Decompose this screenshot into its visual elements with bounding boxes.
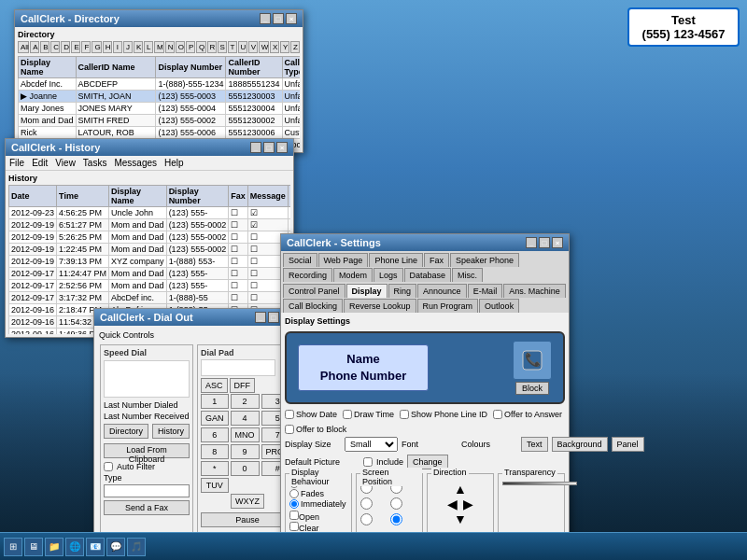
dir-maximize-btn[interactable]: □ (273, 13, 284, 24)
hist-close-btn[interactable]: × (276, 142, 288, 153)
taskbar-icon-4[interactable]: 📧 (86, 538, 105, 556)
settings-close-btn[interactable]: × (552, 237, 563, 248)
offer-block-checkbox[interactable] (285, 425, 294, 434)
pos-br[interactable] (390, 513, 402, 525)
menu-edit[interactable]: Edit (32, 158, 48, 168)
dial-asc[interactable]: ASC (201, 378, 228, 393)
dial-wxyz[interactable]: WXYZ (231, 494, 264, 509)
dial-dff[interactable]: DFF (230, 378, 256, 393)
dial-gan[interactable]: GAN (201, 411, 229, 426)
tab-speakerphone[interactable]: Speaker Phone (450, 253, 519, 267)
alpha-all[interactable]: All (18, 41, 29, 53)
dir-close-btn[interactable]: × (286, 13, 297, 24)
directory-btn[interactable]: Directory (104, 424, 148, 439)
start-btn[interactable]: ⊞ (4, 538, 22, 556)
dial-0[interactable]: 0 (231, 461, 260, 476)
tab-callblocking[interactable]: Call Blocking (283, 299, 343, 313)
tab-database[interactable]: Database (404, 268, 452, 282)
pos-ml[interactable] (360, 497, 373, 510)
dial-maximize-btn[interactable]: □ (268, 312, 279, 323)
tab-logs[interactable]: Logs (374, 268, 403, 282)
dir-left-btn[interactable]: ◀ (447, 497, 458, 511)
dir-table-row[interactable]: ▶ Joanne SMITH, JOAN (123) 555-0003 5551… (19, 91, 301, 103)
alpha-o[interactable]: O (176, 41, 185, 53)
text-btn[interactable]: Text (521, 437, 548, 452)
alpha-k[interactable]: K (134, 41, 143, 53)
dir-up-btn[interactable]: ▲ (454, 482, 467, 497)
menu-messages[interactable]: Messages (114, 158, 157, 168)
tab-runprogram[interactable]: Run Program (417, 299, 479, 313)
tab-email[interactable]: E-Mail (468, 284, 503, 298)
alpha-p[interactable]: P (186, 41, 195, 53)
include-checkbox[interactable] (363, 457, 373, 467)
alpha-x[interactable]: X (270, 41, 279, 53)
pos-bl[interactable] (360, 513, 373, 525)
behaviour-immediately-radio[interactable] (289, 499, 299, 509)
dial-6[interactable]: 6 (201, 427, 229, 442)
tab-announce[interactable]: Announce (417, 284, 467, 298)
alpha-c[interactable]: C (50, 41, 60, 53)
dir-down-btn[interactable]: ▼ (454, 511, 467, 526)
hist-table-row[interactable]: 2012-09-19 1:22:45 PM Mom and Dad (123) … (9, 244, 291, 256)
tab-outlook[interactable]: Outlook (479, 299, 519, 313)
alpha-a[interactable]: A (30, 41, 39, 53)
alpha-z[interactable]: Z (290, 41, 300, 53)
panel-btn[interactable]: Panel (612, 437, 644, 452)
dir-table-row[interactable]: Mom and Dad SMITH FRED (123) 555-0002 55… (19, 115, 301, 127)
taskbar-icon-2[interactable]: 📁 (45, 538, 63, 556)
alpha-v[interactable]: V (248, 41, 258, 53)
auto-filter-checkbox[interactable] (104, 462, 113, 471)
show-phone-line-checkbox[interactable] (400, 410, 409, 419)
alpha-n[interactable]: N (165, 41, 175, 53)
behaviour-fades-radio[interactable] (289, 489, 299, 498)
alpha-g[interactable]: G (92, 41, 101, 53)
load-from-clipboard-btn[interactable]: Load From Clipboard (104, 443, 190, 458)
settings-maximize-btn[interactable]: □ (539, 237, 550, 248)
hist-table-row[interactable]: 2012-09-17 11:24:47 PM Mom and Dad (123)… (9, 268, 291, 280)
hist-table-row[interactable]: 2012-09-17 3:17:32 PM AbcDef inc. 1-(888… (9, 292, 291, 304)
offer-answer-checkbox[interactable] (493, 410, 502, 419)
tab-controlpanel[interactable]: Control Panel (283, 284, 345, 298)
alpha-r[interactable]: R (207, 41, 217, 53)
alpha-b[interactable]: B (40, 41, 49, 53)
tab-ring[interactable]: Ring (388, 284, 417, 298)
send-fax-btn[interactable]: Send a Fax (104, 500, 190, 515)
history-btn[interactable]: History (152, 424, 190, 439)
hist-table-row[interactable]: 2012-09-23 4:56:25 PM Uncle John (123) 5… (9, 207, 291, 219)
taskbar-icon-1[interactable]: 🖥 (24, 538, 43, 556)
dial-star[interactable]: * (201, 461, 229, 476)
alpha-u[interactable]: U (238, 41, 247, 53)
tab-phoneline[interactable]: Phone Line (369, 253, 423, 267)
dial-4[interactable]: 4 (231, 411, 260, 426)
dial-display[interactable] (201, 359, 275, 376)
tab-modem[interactable]: Modem (333, 268, 373, 282)
dial-9[interactable]: 9 (231, 444, 260, 459)
dir-right-btn[interactable]: ▶ (463, 497, 473, 511)
clear-checkbox[interactable] (289, 522, 299, 531)
tab-social[interactable]: Social (283, 253, 317, 267)
alpha-w[interactable]: W (259, 41, 269, 53)
taskbar-icon-6[interactable]: 🎵 (127, 538, 146, 556)
alpha-i[interactable]: I (113, 41, 122, 53)
block-btn[interactable]: Block (515, 382, 549, 395)
settings-minimize-btn[interactable]: _ (526, 237, 537, 248)
menu-view[interactable]: View (55, 158, 76, 168)
menu-help[interactable]: Help (164, 158, 184, 168)
open-checkbox[interactable] (289, 511, 299, 520)
dial-minimize-btn[interactable]: _ (255, 312, 266, 323)
alpha-q[interactable]: Q (196, 41, 205, 53)
hist-table-row[interactable]: 2012-09-19 6:51:27 PM Mom and Dad (123) … (9, 219, 291, 231)
dial-type-input[interactable] (104, 484, 190, 497)
taskbar-icon-3[interactable]: 🌐 (65, 538, 84, 556)
tab-ansmachine[interactable]: Ans. Machine (503, 284, 566, 298)
alpha-f[interactable]: F (81, 41, 91, 53)
dial-1[interactable]: 1 (201, 394, 229, 409)
menu-tasks[interactable]: Tasks (83, 158, 107, 168)
tab-display[interactable]: Display (346, 284, 388, 298)
alpha-e[interactable]: E (71, 41, 80, 53)
hist-maximize-btn[interactable]: □ (263, 142, 275, 153)
history-titlebar[interactable]: CallClerk - History _ □ × (6, 139, 293, 156)
draw-time-checkbox[interactable] (343, 410, 352, 419)
hist-table-row[interactable]: 2012-09-17 2:52:56 PM Mom and Dad (123) … (9, 280, 291, 292)
alpha-l[interactable]: L (144, 41, 153, 53)
